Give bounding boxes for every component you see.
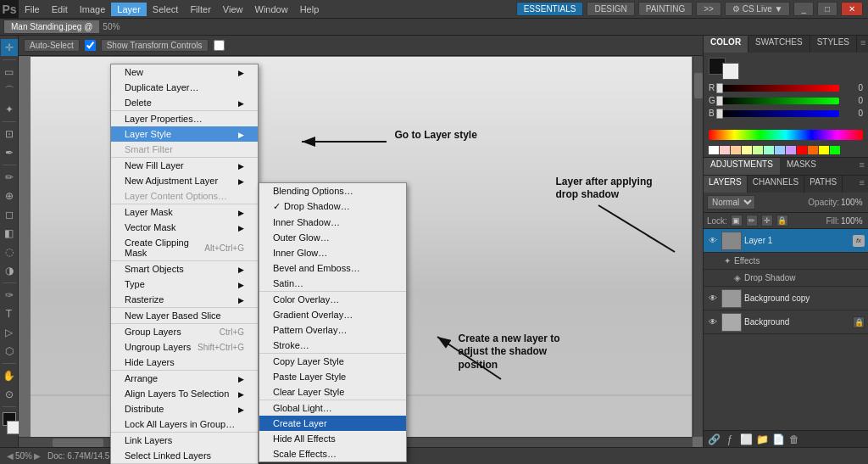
swatch-red[interactable] <box>797 146 807 154</box>
menu-duplicate-layer[interactable]: Duplicate Layer… <box>111 80 258 95</box>
submenu-gradient-overlay[interactable]: Gradient Overlay… <box>259 307 406 322</box>
menu-delete[interactable]: Delete <box>111 95 258 110</box>
opacity-value[interactable]: 100% <box>841 198 865 207</box>
swatch-white[interactable] <box>709 146 719 154</box>
tool-blur[interactable]: ◌ <box>1 243 18 260</box>
adj-menu[interactable]: ≡ <box>856 158 868 175</box>
color-panel-menu[interactable]: ≡ <box>857 36 868 53</box>
ws-cslive[interactable]: ⚙ CS Live ▼ <box>725 2 790 16</box>
g-thumb[interactable] <box>716 96 723 106</box>
tool-pen[interactable]: ✑ <box>1 287 18 304</box>
tool-zoom[interactable]: ⊙ <box>1 386 18 403</box>
layer-item-layer1[interactable]: 👁 Layer 1 fx <box>704 229 868 253</box>
menu-type[interactable]: Type <box>111 277 258 292</box>
opt-auto-select[interactable]: Auto-Select <box>24 39 80 52</box>
menu-new-fill-layer[interactable]: New Fill Layer <box>111 158 258 173</box>
tool-marquee[interactable]: ▭ <box>1 64 18 81</box>
tool-dodge[interactable]: ◑ <box>1 262 18 279</box>
menu-ungroup-layers[interactable]: Ungroup LayersShift+Ctrl+G <box>111 339 258 355</box>
new-group-btn[interactable]: 📁 <box>755 433 769 446</box>
menu-new-adj-layer[interactable]: New Adjustment Layer <box>111 173 258 188</box>
lock-all-btn[interactable]: 🔒 <box>776 215 788 226</box>
tool-magic-wand[interactable]: ✦ <box>1 101 18 118</box>
hscroll-thumb[interactable] <box>53 439 103 447</box>
delete-layer-btn[interactable]: 🗑 <box>787 433 801 446</box>
submenu-drop-shadow[interactable]: Drop Shadow… <box>259 198 406 215</box>
ws-painting[interactable]: PAINTING <box>638 2 693 16</box>
swatch-5[interactable] <box>764 146 774 154</box>
layer-item-bgcopy[interactable]: 👁 Background copy <box>704 287 868 310</box>
menu-vector-mask[interactable]: Vector Mask <box>111 220 258 235</box>
file-tab[interactable]: Man Standing.jpeg @ <box>3 20 99 34</box>
background-eye-icon[interactable]: 👁 <box>707 316 719 328</box>
menu-align-layers[interactable]: Align Layers To Selection <box>111 386 258 401</box>
swatch-yellow[interactable] <box>819 146 829 154</box>
submenu-blending-options[interactable]: Blending Options… <box>259 183 406 198</box>
menu-view[interactable]: View <box>217 3 249 16</box>
close-btn[interactable]: ✕ <box>841 2 863 16</box>
tab-styles[interactable]: STYLES <box>810 36 857 53</box>
swatch-orange[interactable] <box>808 146 818 154</box>
tool-type[interactable]: T <box>1 305 18 322</box>
menu-select[interactable]: Select <box>147 3 185 16</box>
menu-layer-properties[interactable]: Layer Properties… <box>111 111 258 126</box>
fill-value[interactable]: 100% <box>841 216 865 226</box>
b-thumb[interactable] <box>716 109 723 119</box>
vertical-scrollbar[interactable] <box>693 56 703 437</box>
submenu-copy-layer-style[interactable]: Copy Layer Style <box>259 354 406 369</box>
tab-paths[interactable]: PATHS <box>804 176 843 193</box>
tool-gradient[interactable]: ◧ <box>1 225 18 242</box>
menu-layer[interactable]: Layer <box>111 3 147 16</box>
tool-eraser[interactable]: ◻ <box>1 206 18 223</box>
menu-arrange[interactable]: Arrange <box>111 371 258 386</box>
menu-distribute[interactable]: Distribute <box>111 401 258 416</box>
submenu-global-light[interactable]: Global Light… <box>259 400 406 416</box>
menu-layer-mask[interactable]: Layer Mask <box>111 204 258 220</box>
link-layers-btn[interactable]: 🔗 <box>707 433 721 446</box>
color-spectrum-bar[interactable] <box>709 130 863 140</box>
submenu-inner-shadow[interactable]: Inner Shadow… <box>259 215 406 230</box>
submenu-pattern-overlay[interactable]: Pattern Overlay… <box>259 322 406 338</box>
menu-help[interactable]: Help <box>294 3 326 16</box>
submenu-paste-layer-style[interactable]: Paste Layer Style <box>259 369 406 384</box>
menu-window[interactable]: Window <box>249 3 294 16</box>
submenu-create-layer[interactable]: Create Layer <box>259 416 406 431</box>
tab-color[interactable]: COLOR <box>704 36 748 53</box>
submenu-color-overlay[interactable]: Color Overlay… <box>259 292 406 307</box>
bg-swatch[interactable] <box>722 63 739 80</box>
layer1-eye-icon[interactable]: 👁 <box>707 235 719 247</box>
menu-hide-layers[interactable]: Hide Layers <box>111 355 258 370</box>
swatch-2[interactable] <box>731 146 741 154</box>
menu-new-slice[interactable]: New Layer Based Slice <box>111 308 258 323</box>
tool-crop[interactable]: ⊡ <box>1 126 18 143</box>
submenu-inner-glow[interactable]: Inner Glow… <box>259 245 406 260</box>
tool-clone[interactable]: ⊕ <box>1 187 18 204</box>
tool-eyedropper[interactable]: ✒ <box>1 144 18 161</box>
menu-file[interactable]: File <box>19 3 46 16</box>
tool-brush[interactable]: ✏ <box>1 169 18 186</box>
ws-essentials[interactable]: ESSENTIALS <box>516 2 584 16</box>
maximize-btn[interactable]: □ <box>817 2 837 16</box>
layer1-dropshadow-item[interactable]: ◈ Drop Shadow <box>704 270 868 287</box>
submenu-stroke[interactable]: Stroke… <box>259 338 406 353</box>
menu-group-layers[interactable]: Group LayersCtrl+G <box>111 324 258 339</box>
menu-smart-objects[interactable]: Smart Objects <box>111 261 258 277</box>
opt-show-transform[interactable]: Show Transform Controls <box>101 39 209 52</box>
ws-more[interactable]: >> <box>696 2 721 16</box>
r-slider[interactable] <box>721 85 839 92</box>
menu-filter[interactable]: Filter <box>184 3 216 16</box>
menu-layer-style[interactable]: Layer Style <box>111 126 258 142</box>
menu-smart-filter[interactable]: Smart Filter <box>111 142 258 157</box>
menu-image[interactable]: Image <box>74 3 112 16</box>
add-style-btn[interactable]: ƒ <box>723 433 737 446</box>
tool-lasso[interactable]: ⌒ <box>1 82 18 99</box>
menu-layer-content-options[interactable]: Layer Content Options… <box>111 188 258 204</box>
tool-shape[interactable]: ⬡ <box>1 343 18 360</box>
submenu-clear-layer-style[interactable]: Clear Layer Style <box>259 384 406 400</box>
add-mask-btn[interactable]: ⬜ <box>739 433 753 446</box>
tool-path[interactable]: ▷ <box>1 324 18 341</box>
r-thumb[interactable] <box>716 83 723 93</box>
menu-lock-all-layers[interactable]: Lock All Layers in Group… <box>111 416 258 432</box>
auto-select-check[interactable] <box>85 40 96 51</box>
submenu-satin[interactable]: Satin… <box>259 276 406 291</box>
